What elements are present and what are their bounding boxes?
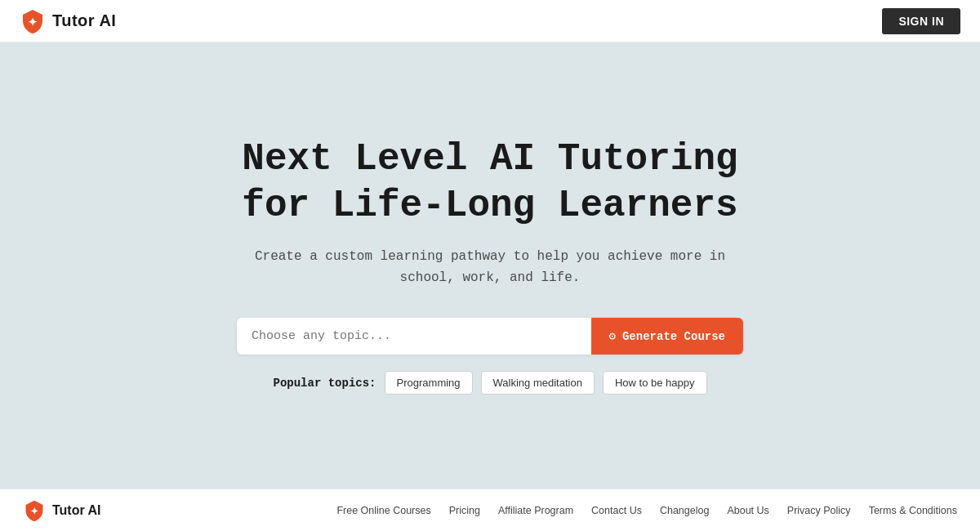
topic-chip-walking-meditation[interactable]: Walking meditation bbox=[481, 371, 595, 395]
popular-topics-area: Popular topics: Programming Walking medi… bbox=[274, 371, 707, 395]
logo: ✦ Tutor AI bbox=[20, 8, 116, 34]
logo-icon: ✦ bbox=[20, 8, 46, 34]
footer-link-affiliate-program[interactable]: Affiliate Program bbox=[498, 505, 573, 516]
header: ✦ Tutor AI SIGN IN bbox=[0, 0, 980, 42]
topic-chip-how-to-be-happy[interactable]: How to be happy bbox=[603, 371, 707, 395]
generate-icon: ⚙ bbox=[609, 329, 616, 343]
footer-link-about-us[interactable]: About Us bbox=[727, 505, 768, 516]
main-content: Next Level AI Tutoring for Life-Long Lea… bbox=[0, 42, 980, 489]
footer-link-terms-conditions[interactable]: Terms & Conditions bbox=[869, 505, 957, 516]
svg-text:✦: ✦ bbox=[30, 506, 38, 517]
search-input[interactable] bbox=[237, 318, 591, 355]
svg-text:✦: ✦ bbox=[28, 16, 38, 29]
footer-link-contact-us[interactable]: Contact Us bbox=[591, 505, 642, 516]
footer-logo: ✦ Tutor AI bbox=[23, 499, 101, 522]
hero-title: Next Level AI Tutoring for Life-Long Lea… bbox=[242, 136, 737, 230]
footer-nav: Free Online Courses Pricing Affiliate Pr… bbox=[336, 505, 957, 516]
footer-logo-icon: ✦ bbox=[23, 499, 46, 522]
footer-link-changelog[interactable]: Changelog bbox=[660, 505, 709, 516]
popular-topics-label: Popular topics: bbox=[274, 377, 376, 390]
footer-logo-text: Tutor AI bbox=[52, 503, 101, 518]
footer-link-pricing[interactable]: Pricing bbox=[449, 505, 480, 516]
footer-link-privacy-policy[interactable]: Privacy Policy bbox=[787, 505, 851, 516]
logo-text: Tutor AI bbox=[52, 11, 116, 30]
generate-course-button[interactable]: ⚙ Generate Course bbox=[591, 318, 743, 355]
hero-subtitle: Create a custom learning pathway to help… bbox=[253, 247, 727, 288]
footer-link-free-online-courses[interactable]: Free Online Courses bbox=[336, 505, 430, 516]
sign-in-button[interactable]: SIGN IN bbox=[882, 8, 960, 34]
topic-chip-programming[interactable]: Programming bbox=[385, 371, 473, 395]
search-area: ⚙ Generate Course bbox=[237, 318, 743, 355]
footer: ✦ Tutor AI Free Online Courses Pricing A… bbox=[0, 489, 980, 531]
